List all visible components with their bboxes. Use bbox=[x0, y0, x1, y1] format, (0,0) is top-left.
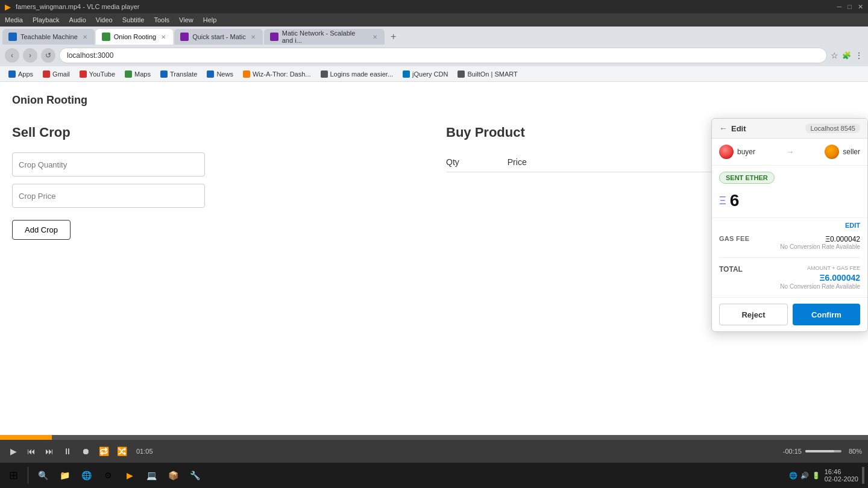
bookmark-favicon-youtube bbox=[80, 70, 87, 78]
vlc-loop-button[interactable]: 🔁 bbox=[96, 444, 111, 458]
vlc-pause-button[interactable]: ⏸ bbox=[60, 444, 75, 458]
refresh-button[interactable]: ↺ bbox=[41, 48, 55, 63]
menu-media[interactable]: Media bbox=[5, 16, 23, 23]
taskbar-vlc[interactable]: ▶ bbox=[120, 466, 139, 485]
bookmark-apps[interactable]: Apps bbox=[5, 69, 37, 79]
confirm-button[interactable]: Confirm bbox=[793, 304, 860, 325]
taskbar-settings[interactable]: ⚙ bbox=[98, 466, 118, 485]
bookmark-translate[interactable]: Translate bbox=[157, 69, 201, 79]
bookmark-favicon-apps bbox=[8, 70, 16, 78]
vlc-prev-button[interactable]: ⏭ bbox=[42, 444, 57, 458]
taskbar-start-button[interactable]: ⊞ bbox=[4, 466, 23, 485]
bookmark-label-youtube: YouTube bbox=[89, 70, 115, 78]
mm-network-badge: Localhost 8545 bbox=[805, 124, 860, 133]
extensions-icon[interactable]: 🧩 bbox=[842, 51, 851, 60]
bookmark-favicon-wiz bbox=[243, 70, 250, 78]
tab-teachable[interactable]: Teachable Machine ✕ bbox=[2, 29, 95, 45]
show-desktop-button[interactable] bbox=[862, 467, 864, 484]
seller-label: seller bbox=[843, 148, 860, 156]
taskbar-separator bbox=[28, 467, 28, 484]
total-amount: Ξ6.000042 bbox=[820, 273, 860, 283]
tab-close-onion[interactable]: ✕ bbox=[160, 34, 167, 40]
vlc-stop-button[interactable]: ⏮ bbox=[24, 444, 39, 458]
close-button[interactable]: ✕ bbox=[858, 3, 863, 11]
tray-sound-icon[interactable]: 🔊 bbox=[800, 471, 810, 480]
mm-total-row: TOTAL AMOUNT + GAS FEE Ξ6.000042 No Conv… bbox=[712, 263, 867, 297]
bookmark-jquery[interactable]: jQuery CDN bbox=[399, 69, 451, 79]
browser-actions: ☆ 🧩 ⋮ bbox=[831, 51, 863, 60]
mm-divider bbox=[719, 257, 860, 258]
reject-button[interactable]: Reject bbox=[719, 304, 788, 325]
menu-playback[interactable]: Playback bbox=[33, 16, 60, 23]
bookmark-logins[interactable]: Logins made easier... bbox=[317, 69, 397, 79]
minimize-button[interactable]: ─ bbox=[837, 3, 842, 11]
bookmark-star-icon[interactable]: ☆ bbox=[831, 51, 838, 60]
title-bar-text: famers_wingman.mp4 - VLC media player bbox=[16, 3, 139, 10]
bookmark-youtube[interactable]: YouTube bbox=[76, 69, 119, 79]
tab-matic-net[interactable]: Matic Network - Scalable and i... ✕ bbox=[264, 29, 385, 45]
bookmark-wiz[interactable]: Wiz-A-Thor: Dash... bbox=[239, 69, 315, 79]
taskbar-browser[interactable]: 🌐 bbox=[77, 466, 96, 485]
mm-edit-link[interactable]: EDIT bbox=[845, 222, 860, 229]
vlc-record-button[interactable]: ⏺ bbox=[78, 444, 93, 458]
menu-view[interactable]: View bbox=[179, 16, 193, 23]
taskbar-extra2[interactable]: 🔧 bbox=[185, 466, 204, 485]
vlc-time-current: 01:05 bbox=[136, 448, 153, 455]
tab-favicon-teachable bbox=[8, 33, 17, 41]
bookmark-favicon-gmail bbox=[43, 70, 50, 78]
tab-close-teachable[interactable]: ✕ bbox=[81, 34, 89, 40]
sell-crop-title: Sell Crop bbox=[12, 125, 422, 140]
vlc-control-bar: ▶ ⏮ ⏭ ⏸ ⏺ 🔁 🔀 01:05 -00:15 80% bbox=[0, 440, 868, 463]
tab-close-matic-net[interactable]: ✕ bbox=[371, 34, 379, 40]
crop-price-input[interactable] bbox=[12, 184, 205, 208]
bookmark-label-maps: Maps bbox=[134, 70, 151, 78]
bookmark-label-gmail: Gmail bbox=[52, 70, 70, 78]
mm-amount-row: Ξ 6 bbox=[712, 187, 867, 218]
bookmark-favicon-jquery bbox=[403, 70, 410, 78]
menu-tools[interactable]: Tools bbox=[154, 16, 169, 23]
menu-audio[interactable]: Audio bbox=[69, 16, 86, 23]
eth-icon: Ξ bbox=[719, 195, 726, 207]
tab-matic-quick[interactable]: Quick start - Matic ✕ bbox=[174, 29, 263, 45]
bookmarks-bar: Apps Gmail YouTube Maps Translate News W… bbox=[0, 66, 868, 82]
vlc-volume-slider[interactable] bbox=[805, 450, 841, 452]
mm-edit-row: EDIT bbox=[712, 218, 867, 233]
vlc-volume-percent: 80% bbox=[849, 448, 862, 455]
bookmark-favicon-news bbox=[207, 70, 214, 78]
tab-favicon-matic-net bbox=[270, 33, 278, 41]
title-bar-controls[interactable]: ─ □ ✕ bbox=[837, 3, 863, 11]
menu-help[interactable]: Help bbox=[203, 16, 217, 23]
bookmark-gmail[interactable]: Gmail bbox=[39, 69, 74, 79]
vlc-progress-fill bbox=[0, 435, 52, 440]
tab-onion[interactable]: Onion Rooting ✕ bbox=[96, 29, 173, 45]
add-crop-button[interactable]: Add Crop bbox=[12, 220, 71, 240]
app-icon: ▶ bbox=[5, 2, 11, 11]
vlc-play-button[interactable]: ▶ bbox=[6, 444, 20, 458]
taskbar-extra1[interactable]: 📦 bbox=[163, 466, 183, 485]
menu-subtitle[interactable]: Subtitle bbox=[122, 16, 145, 23]
back-button[interactable]: ‹ bbox=[5, 48, 19, 63]
vlc-progress-bar[interactable] bbox=[0, 435, 868, 440]
tray-network-icon[interactable]: 🌐 bbox=[788, 471, 798, 480]
new-tab-button[interactable]: + bbox=[386, 29, 401, 45]
taskbar-terminal[interactable]: 💻 bbox=[142, 466, 161, 485]
forward-button[interactable]: › bbox=[23, 48, 37, 63]
tab-label-matic-net: Matic Network - Scalable and i... bbox=[282, 30, 368, 44]
bookmark-maps[interactable]: Maps bbox=[121, 69, 154, 79]
taskbar-search[interactable]: 🔍 bbox=[33, 466, 52, 485]
address-bar[interactable]: localhost:3000 bbox=[59, 48, 827, 63]
bookmark-builton[interactable]: BuiltOn | SMART bbox=[454, 69, 521, 79]
taskbar-time: 16:46 02-02-2020 bbox=[825, 468, 858, 483]
taskbar-files[interactable]: 📁 bbox=[55, 466, 74, 485]
maximize-button[interactable]: □ bbox=[848, 3, 852, 11]
mm-back-button[interactable]: ← bbox=[719, 124, 728, 133]
taskbar-right: 🌐 🔊 🔋 16:46 02-02-2020 bbox=[788, 467, 864, 484]
vlc-random-button[interactable]: 🔀 bbox=[115, 444, 129, 458]
vlc-time-remaining: -00:15 bbox=[783, 448, 802, 455]
menu-dots-icon[interactable]: ⋮ bbox=[855, 51, 863, 60]
tab-close-matic-quick[interactable]: ✕ bbox=[250, 34, 257, 40]
crop-quantity-input[interactable] bbox=[12, 152, 205, 177]
tray-battery-icon[interactable]: 🔋 bbox=[811, 471, 821, 480]
menu-video[interactable]: Video bbox=[96, 16, 113, 23]
bookmark-news[interactable]: News bbox=[203, 69, 237, 79]
